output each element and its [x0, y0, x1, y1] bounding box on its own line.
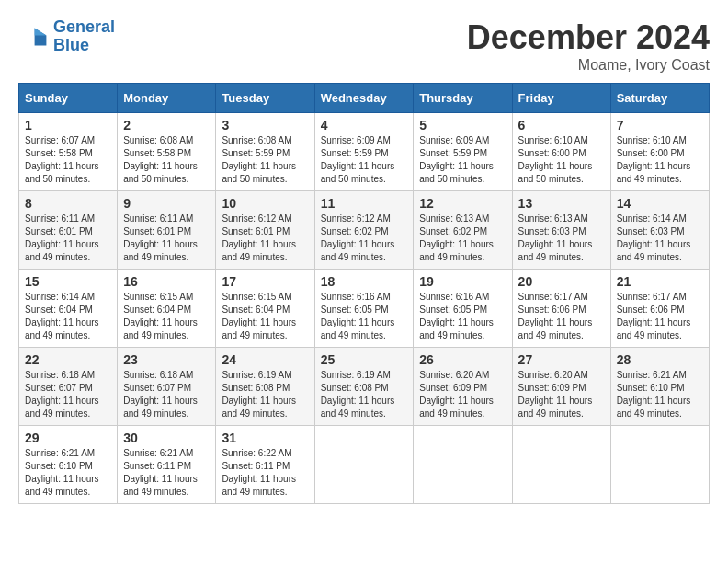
- calendar-cell: 20Sunrise: 6:17 AMSunset: 6:06 PMDayligh…: [512, 270, 610, 348]
- calendar-cell: 3Sunrise: 6:08 AMSunset: 5:59 PMDaylight…: [216, 113, 314, 191]
- day-number: 30: [123, 431, 210, 445]
- day-number: 16: [123, 274, 210, 289]
- day-detail: Sunrise: 6:19 AMSunset: 6:08 PMDaylight:…: [321, 369, 408, 420]
- day-detail: Sunrise: 6:13 AMSunset: 6:02 PMDaylight:…: [419, 213, 506, 264]
- calendar-cell: 29Sunrise: 6:21 AMSunset: 6:10 PMDayligh…: [19, 426, 118, 504]
- calendar-cell: 7Sunrise: 6:10 AMSunset: 6:00 PMDaylight…: [610, 113, 709, 191]
- calendar-cell: 24Sunrise: 6:19 AMSunset: 6:08 PMDayligh…: [216, 348, 314, 426]
- calendar-cell: 27Sunrise: 6:20 AMSunset: 6:09 PMDayligh…: [512, 348, 610, 426]
- weekday-header-friday: Friday: [512, 84, 610, 113]
- calendar-cell: 11Sunrise: 6:12 AMSunset: 6:02 PMDayligh…: [314, 191, 414, 270]
- logo-text: General Blue: [53, 18, 115, 55]
- weekday-header-saturday: Saturday: [610, 84, 709, 113]
- day-detail: Sunrise: 6:16 AMSunset: 6:05 PMDaylight:…: [321, 291, 408, 342]
- day-number: 19: [419, 274, 506, 289]
- day-number: 10: [222, 196, 308, 211]
- day-detail: Sunrise: 6:16 AMSunset: 6:05 PMDaylight:…: [419, 291, 506, 342]
- day-number: 11: [321, 196, 408, 211]
- day-number: 5: [419, 118, 506, 132]
- calendar-week-4: 22Sunrise: 6:18 AMSunset: 6:07 PMDayligh…: [19, 348, 710, 426]
- day-detail: Sunrise: 6:08 AMSunset: 5:59 PMDaylight:…: [222, 134, 308, 186]
- day-number: 6: [518, 118, 605, 132]
- svg-marker-1: [35, 28, 47, 35]
- day-number: 3: [222, 118, 308, 132]
- day-detail: Sunrise: 6:07 AMSunset: 5:58 PMDaylight:…: [25, 134, 111, 186]
- weekday-header-sunday: Sunday: [19, 84, 118, 113]
- day-number: 22: [25, 352, 111, 367]
- month-title: December 2024: [467, 18, 710, 57]
- day-number: 9: [123, 196, 210, 211]
- calendar-cell: [414, 426, 512, 504]
- day-number: 18: [321, 274, 408, 289]
- day-detail: Sunrise: 6:19 AMSunset: 6:08 PMDaylight:…: [222, 369, 308, 420]
- calendar-cell: 1Sunrise: 6:07 AMSunset: 5:58 PMDaylight…: [19, 113, 118, 191]
- day-detail: Sunrise: 6:22 AMSunset: 6:11 PMDaylight:…: [222, 447, 308, 499]
- day-number: 21: [617, 274, 703, 289]
- day-number: 25: [321, 352, 408, 367]
- day-detail: Sunrise: 6:15 AMSunset: 6:04 PMDaylight:…: [123, 291, 210, 342]
- day-number: 1: [25, 118, 111, 132]
- calendar-week-3: 15Sunrise: 6:14 AMSunset: 6:04 PMDayligh…: [19, 270, 710, 348]
- title-area: December 2024 Moame, Ivory Coast: [467, 18, 710, 74]
- day-detail: Sunrise: 6:08 AMSunset: 5:58 PMDaylight:…: [123, 134, 210, 186]
- day-detail: Sunrise: 6:10 AMSunset: 6:00 PMDaylight:…: [617, 134, 703, 186]
- calendar-week-1: 1Sunrise: 6:07 AMSunset: 5:58 PMDaylight…: [19, 113, 710, 191]
- day-detail: Sunrise: 6:09 AMSunset: 5:59 PMDaylight:…: [419, 134, 506, 186]
- calendar-cell: 13Sunrise: 6:13 AMSunset: 6:03 PMDayligh…: [512, 191, 610, 270]
- day-detail: Sunrise: 6:21 AMSunset: 6:11 PMDaylight:…: [123, 447, 210, 499]
- location: Moame, Ivory Coast: [467, 57, 710, 74]
- calendar-cell: 25Sunrise: 6:19 AMSunset: 6:08 PMDayligh…: [314, 348, 414, 426]
- calendar-cell: 22Sunrise: 6:18 AMSunset: 6:07 PMDayligh…: [19, 348, 118, 426]
- day-number: 26: [419, 352, 506, 367]
- calendar-cell: 26Sunrise: 6:20 AMSunset: 6:09 PMDayligh…: [414, 348, 512, 426]
- day-detail: Sunrise: 6:18 AMSunset: 6:07 PMDaylight:…: [25, 369, 111, 420]
- day-number: 23: [123, 352, 210, 367]
- day-detail: Sunrise: 6:21 AMSunset: 6:10 PMDaylight:…: [617, 369, 703, 420]
- calendar-cell: 15Sunrise: 6:14 AMSunset: 6:04 PMDayligh…: [19, 270, 118, 348]
- day-detail: Sunrise: 6:09 AMSunset: 5:59 PMDaylight:…: [321, 134, 408, 186]
- calendar-cell: 18Sunrise: 6:16 AMSunset: 6:05 PMDayligh…: [314, 270, 414, 348]
- day-number: 24: [222, 352, 308, 367]
- calendar-cell: 17Sunrise: 6:15 AMSunset: 6:04 PMDayligh…: [216, 270, 314, 348]
- day-number: 13: [518, 196, 605, 211]
- calendar-cell: [610, 426, 709, 504]
- day-number: 31: [222, 431, 308, 445]
- day-number: 7: [617, 118, 703, 132]
- calendar-cell: 31Sunrise: 6:22 AMSunset: 6:11 PMDayligh…: [216, 426, 314, 504]
- day-number: 14: [617, 196, 703, 211]
- calendar-cell: 28Sunrise: 6:21 AMSunset: 6:10 PMDayligh…: [610, 348, 709, 426]
- day-detail: Sunrise: 6:20 AMSunset: 6:09 PMDaylight:…: [419, 369, 506, 420]
- calendar-cell: 30Sunrise: 6:21 AMSunset: 6:11 PMDayligh…: [118, 426, 216, 504]
- day-detail: Sunrise: 6:17 AMSunset: 6:06 PMDaylight:…: [518, 291, 605, 342]
- day-detail: Sunrise: 6:21 AMSunset: 6:10 PMDaylight:…: [25, 447, 111, 499]
- calendar-cell: [314, 426, 414, 504]
- header: General Blue December 2024 Moame, Ivory …: [18, 18, 710, 74]
- day-number: 12: [419, 196, 506, 211]
- calendar-cell: 4Sunrise: 6:09 AMSunset: 5:59 PMDaylight…: [314, 113, 414, 191]
- day-detail: Sunrise: 6:12 AMSunset: 6:01 PMDaylight:…: [222, 213, 308, 264]
- day-detail: Sunrise: 6:12 AMSunset: 6:02 PMDaylight:…: [321, 213, 408, 264]
- day-number: 27: [518, 352, 605, 367]
- day-detail: Sunrise: 6:11 AMSunset: 6:01 PMDaylight:…: [25, 213, 111, 264]
- calendar-cell: 10Sunrise: 6:12 AMSunset: 6:01 PMDayligh…: [216, 191, 314, 270]
- weekday-header-tuesday: Tuesday: [216, 84, 314, 113]
- day-number: 8: [25, 196, 111, 211]
- weekday-header-thursday: Thursday: [414, 84, 512, 113]
- calendar: SundayMondayTuesdayWednesdayThursdayFrid…: [18, 83, 710, 504]
- weekday-header-monday: Monday: [118, 84, 216, 113]
- day-detail: Sunrise: 6:13 AMSunset: 6:03 PMDaylight:…: [518, 213, 605, 264]
- calendar-cell: 12Sunrise: 6:13 AMSunset: 6:02 PMDayligh…: [414, 191, 512, 270]
- calendar-cell: 5Sunrise: 6:09 AMSunset: 5:59 PMDaylight…: [414, 113, 512, 191]
- calendar-cell: 21Sunrise: 6:17 AMSunset: 6:06 PMDayligh…: [610, 270, 709, 348]
- day-detail: Sunrise: 6:20 AMSunset: 6:09 PMDaylight:…: [518, 369, 605, 420]
- day-detail: Sunrise: 6:17 AMSunset: 6:06 PMDaylight:…: [617, 291, 703, 342]
- calendar-week-5: 29Sunrise: 6:21 AMSunset: 6:10 PMDayligh…: [19, 426, 710, 504]
- day-number: 20: [518, 274, 605, 289]
- day-detail: Sunrise: 6:14 AMSunset: 6:03 PMDaylight:…: [617, 213, 703, 264]
- calendar-cell: 6Sunrise: 6:10 AMSunset: 6:00 PMDaylight…: [512, 113, 610, 191]
- calendar-body: 1Sunrise: 6:07 AMSunset: 5:58 PMDaylight…: [19, 113, 710, 504]
- day-detail: Sunrise: 6:14 AMSunset: 6:04 PMDaylight:…: [25, 291, 111, 342]
- calendar-cell: 8Sunrise: 6:11 AMSunset: 6:01 PMDaylight…: [19, 191, 118, 270]
- calendar-cell: 14Sunrise: 6:14 AMSunset: 6:03 PMDayligh…: [610, 191, 709, 270]
- logo-icon: [18, 22, 48, 52]
